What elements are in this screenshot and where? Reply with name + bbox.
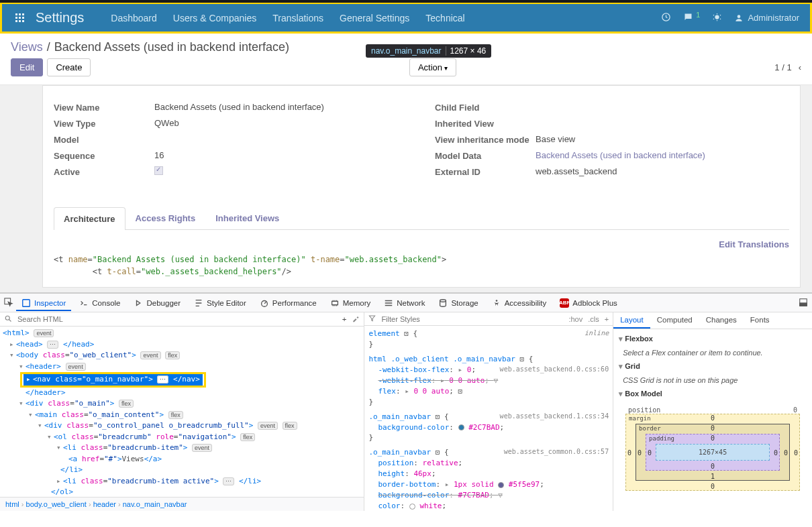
devtools-tab-inspector[interactable]: Inspector [16, 295, 71, 311]
grid-section[interactable]: Grid [619, 359, 807, 373]
label-child-field: Child Field [435, 102, 536, 113]
filter-icon[interactable]: ▽ [494, 376, 499, 385]
value-active [154, 166, 408, 177]
flexbox-section[interactable]: Flexbox [619, 332, 807, 346]
search-html-input[interactable] [17, 315, 337, 323]
navbar-right: 1 Administrator [661, 12, 799, 24]
value-model-data[interactable]: Backend Assets (used in backend interfac… [536, 150, 789, 161]
tab-inherited-views[interactable]: Inherited Views [205, 207, 289, 229]
svg-point-16 [440, 299, 446, 302]
svg-rect-4 [19, 17, 21, 19]
filter-icon[interactable]: ▽ [498, 491, 503, 500]
create-button[interactable]: Create [47, 58, 91, 76]
svg-rect-7 [19, 20, 21, 22]
value-model [154, 134, 408, 145]
architecture-code: <t name="Backend Assets (used in backend… [54, 253, 789, 278]
label-model-data: Model Data [435, 150, 536, 161]
value-inherited-view [536, 118, 789, 129]
clock-icon[interactable] [661, 12, 671, 24]
devtools-html-pane: + <html> event ▸<head> ⋯ </head> ▾<body … [0, 312, 364, 511]
funnel-icon [368, 314, 376, 323]
inspector-icon[interactable]: ⊡ [404, 329, 409, 338]
new-rule-icon[interactable]: + [605, 315, 609, 323]
debug-icon[interactable] [712, 12, 722, 24]
navbar-menu: Dashboard Users & Companies Translations… [111, 13, 661, 23]
devtools-tab-adblock[interactable]: ABPAdblock Plus [554, 295, 622, 311]
navbar-item-users[interactable]: Users & Companies [173, 13, 257, 23]
user-name: Administrator [748, 13, 799, 23]
value-sequence: 16 [154, 150, 408, 161]
apps-icon[interactable] [13, 11, 28, 25]
user-menu[interactable]: Administrator [734, 13, 799, 23]
tab-access-rights[interactable]: Access Rights [125, 207, 206, 229]
label-external-id: External ID [435, 166, 536, 177]
navbar-item-translations[interactable]: Translations [272, 13, 323, 23]
devtools-tab-storage[interactable]: Storage [433, 295, 483, 311]
label-inherited-view: Inherited View [435, 118, 536, 129]
eyedropper-icon[interactable] [352, 314, 360, 324]
devtools-dock-icon[interactable] [799, 298, 808, 308]
breadcrumb-sep: / [47, 40, 50, 54]
css-rules[interactable]: element ⊡ {inline} html .o_web_client .o… [364, 326, 613, 511]
layout-tab-fonts[interactable]: Fonts [744, 312, 776, 329]
filter-styles-input[interactable] [381, 315, 563, 323]
action-bar: Edit Create Action 1 / 1 ‹ [0, 58, 812, 84]
devtools-tab-accessibility[interactable]: Accessibility [487, 295, 552, 311]
breadcrumb-root[interactable]: Views [11, 40, 43, 54]
form-right-col: Child Field Inherited View View inherita… [435, 102, 789, 182]
devtools-html-search: + [0, 312, 364, 327]
edit-button[interactable]: Edit [11, 58, 43, 76]
form-sheet-bg: View NameBackend Assets (used in backend… [0, 84, 812, 292]
layout-tab-changes[interactable]: Changes [699, 312, 744, 329]
devtools-tab-console[interactable]: Console [74, 295, 125, 311]
element-picker-icon[interactable] [4, 298, 13, 308]
tab-architecture[interactable]: Architecture [54, 207, 125, 230]
inspector-icon[interactable]: ⊡ [436, 448, 440, 457]
pager-prev-icon[interactable]: ‹ [799, 62, 801, 72]
html-tree[interactable]: <html> event ▸<head> ⋯ </head> ▾<body cl… [0, 327, 364, 497]
inspector-node-tooltip: nav.o_main_navbar 1267 × 46 [366, 44, 491, 58]
active-checkbox[interactable] [154, 166, 163, 175]
navbar-brand[interactable]: Settings [36, 10, 84, 25]
devtools-tab-performance[interactable]: Performance [254, 295, 322, 311]
tooltip-selector: nav.o_main_navbar [371, 46, 442, 56]
layout-tab-layout[interactable]: Layout [613, 312, 650, 329]
navbar-item-dashboard[interactable]: Dashboard [111, 13, 157, 23]
svg-rect-2 [22, 13, 24, 15]
devtools-layout-pane: Layout Computed Changes Fonts Flexbox Se… [613, 312, 812, 511]
value-child-field [536, 102, 789, 113]
hov-toggle[interactable]: :hov [568, 315, 582, 323]
inspector-icon[interactable]: ⊡ [458, 387, 463, 396]
label-sequence: Sequence [54, 150, 154, 161]
svg-point-10 [715, 15, 719, 19]
layout-tab-computed[interactable]: Computed [650, 312, 699, 329]
svg-rect-1 [19, 13, 21, 15]
inspector-icon[interactable]: ⊡ [436, 412, 440, 421]
breadcrumb-active: Backend Assets (used in backend interfac… [54, 40, 289, 54]
cls-toggle[interactable]: .cls [588, 315, 599, 323]
devtools-breadcrumb[interactable]: htmlbody.o_web_clientheadernav.o_main_na… [0, 497, 364, 511]
selected-node-highlight: ▸<nav class="o_main_navbar"> ⋯ </nav> [20, 372, 206, 388]
box-model-diagram: position0 margin 0 0 0 0 border 0 1 0 0 [625, 406, 800, 491]
devtools-tab-network[interactable]: Network [378, 295, 430, 311]
edit-translations-link[interactable]: Edit Translations [719, 239, 789, 249]
boxmodel-content: 1267×45 [656, 444, 770, 461]
grid-msg: CSS Grid is not in use on this page [619, 373, 807, 387]
label-inherit-mode: View inheritance mode [435, 134, 536, 145]
edit-translations-wrap: Edit Translations [54, 239, 789, 249]
main-navbar: Settings Dashboard Users & Companies Tra… [0, 3, 812, 34]
form-tabs: Architecture Access Rights Inherited Vie… [54, 207, 789, 230]
devtools-tab-debugger[interactable]: Debugger [129, 295, 187, 311]
navbar-item-general[interactable]: General Settings [340, 13, 409, 23]
messages-badge: 1 [696, 11, 700, 19]
devtools-tab-memory[interactable]: Memory [325, 295, 376, 311]
navbar-item-technical[interactable]: Technical [425, 13, 464, 23]
svg-rect-19 [800, 302, 807, 305]
devtools-tab-style-editor[interactable]: Style Editor [189, 295, 252, 311]
add-icon[interactable]: + [342, 315, 347, 323]
boxmodel-section[interactable]: Box Model [619, 387, 807, 401]
inspector-icon[interactable]: ⊡ [520, 355, 525, 363]
messages-icon[interactable] [683, 12, 693, 24]
value-view-type: QWeb [154, 118, 408, 129]
action-dropdown[interactable]: Action [409, 58, 456, 76]
